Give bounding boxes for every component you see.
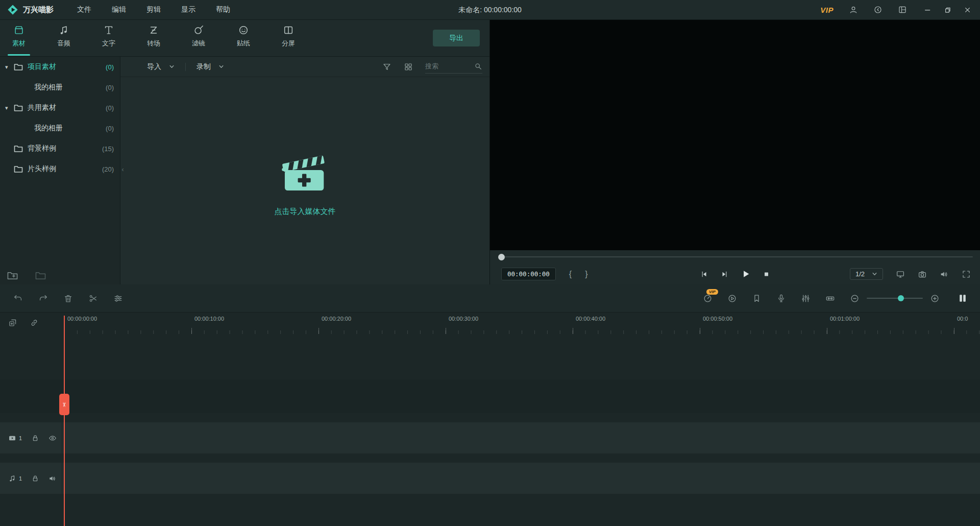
delete-folder-icon[interactable] xyxy=(35,271,46,280)
vip-badge[interactable]: VIP xyxy=(820,6,834,14)
filter-icon[interactable] xyxy=(382,62,391,71)
search-input[interactable]: 搜索 xyxy=(425,60,482,74)
ripple-icon[interactable] xyxy=(825,294,835,303)
voiceover-icon[interactable] xyxy=(776,294,786,303)
zoom-in-icon[interactable] xyxy=(930,294,940,303)
timeline-ruler[interactable]: 00:00:00:00 00:00:10:00 00:00:20:00 00:0… xyxy=(62,313,980,334)
track-manage-icon[interactable] xyxy=(958,293,968,303)
tab-audio[interactable]: 音频 xyxy=(45,20,83,56)
expand-arrow-icon[interactable]: ▾ xyxy=(5,64,13,70)
audio-track-header: 1 xyxy=(0,463,62,494)
media-library-sidebar: ▾ 项目素材 (0) 我的相册 (0) ▾ xyxy=(0,57,120,284)
tab-sticker[interactable]: 贴纸 xyxy=(225,20,262,56)
zoom-out-icon[interactable] xyxy=(850,294,860,303)
tab-media[interactable]: 素材 xyxy=(0,20,38,56)
volume-icon[interactable] xyxy=(940,270,949,279)
redo-icon[interactable] xyxy=(38,294,48,303)
undo-icon[interactable] xyxy=(13,294,23,303)
adjust-icon[interactable] xyxy=(113,294,123,303)
mixer-icon[interactable] xyxy=(801,294,811,303)
lock-icon[interactable] xyxy=(31,474,39,483)
audio-track[interactable]: 1 xyxy=(0,463,980,494)
track-number: 1 xyxy=(19,435,22,441)
sidebar-item-label: 片头样例 xyxy=(28,164,56,174)
menu-view[interactable]: 显示 xyxy=(181,5,195,14)
menu-clip[interactable]: 剪辑 xyxy=(146,5,161,14)
play-icon[interactable] xyxy=(741,269,751,279)
mark-out-button[interactable]: } xyxy=(585,270,587,279)
sidebar-item-label: 我的相册 xyxy=(34,83,63,92)
account-icon[interactable] xyxy=(849,5,858,14)
preview-timecode: 00:00:00:00 xyxy=(501,268,556,280)
minimize-icon[interactable] xyxy=(923,6,932,14)
track-number: 1 xyxy=(19,475,22,482)
close-icon[interactable] xyxy=(963,6,972,14)
preview-seekbar[interactable] xyxy=(499,256,973,257)
new-folder-icon[interactable] xyxy=(7,271,18,280)
prev-frame-icon[interactable] xyxy=(700,270,708,278)
menu-edit[interactable]: 编辑 xyxy=(112,5,126,14)
ruler-label: 00:00:00:00 xyxy=(67,316,97,322)
sidebar-item-label: 共用素材 xyxy=(28,103,56,112)
zoom-slider-handle[interactable] xyxy=(898,295,904,301)
snapshot-icon[interactable] xyxy=(918,270,927,279)
seek-handle[interactable] xyxy=(498,254,505,260)
import-hint[interactable]: 点击导入媒体文件 xyxy=(275,207,336,217)
import-media-button[interactable] xyxy=(278,146,333,197)
display-device-icon[interactable] xyxy=(896,270,905,279)
speed-icon[interactable]: VIP xyxy=(703,294,713,303)
mark-in-button[interactable]: { xyxy=(569,270,572,279)
layout-icon[interactable] xyxy=(898,5,907,14)
sidebar-item-project-media[interactable]: ▾ 项目素材 (0) xyxy=(0,57,120,77)
audio-icon xyxy=(58,25,69,36)
link-icon[interactable] xyxy=(30,318,39,327)
tab-label: 文字 xyxy=(102,39,115,48)
speaker-icon[interactable] xyxy=(48,474,57,483)
sidebar-item-intro-samples[interactable]: 片头样例 (20) xyxy=(0,159,120,179)
render-preview-icon[interactable] xyxy=(727,294,737,303)
eye-icon[interactable] xyxy=(48,434,57,442)
record-dropdown[interactable]: 录制 xyxy=(197,62,224,71)
preview-quality-dropdown[interactable]: 1/2 xyxy=(850,268,883,280)
restore-icon[interactable] xyxy=(943,6,952,14)
next-frame-icon[interactable] xyxy=(721,270,729,278)
grid-view-icon[interactable] xyxy=(404,62,413,71)
sidebar-item-my-album-1[interactable]: 我的相册 (0) xyxy=(0,77,120,98)
zoom-controls xyxy=(850,294,940,303)
vip-mini-badge: VIP xyxy=(706,289,718,295)
tab-transition[interactable]: 转场 xyxy=(135,20,173,56)
zoom-slider[interactable] xyxy=(867,298,923,299)
sidebar-item-count: (0) xyxy=(106,104,114,112)
export-button[interactable]: 导出 xyxy=(433,30,480,46)
chevron-down-icon xyxy=(169,64,175,69)
feedback-icon[interactable] xyxy=(873,5,883,14)
transport-controls xyxy=(700,269,770,279)
preview-options: 1/2 xyxy=(850,268,971,280)
delete-icon[interactable] xyxy=(63,294,73,303)
sidebar-item-shared-media[interactable]: ▾ 共用素材 (0) xyxy=(0,98,120,118)
fullscreen-icon[interactable] xyxy=(962,270,971,279)
lock-icon[interactable] xyxy=(31,434,39,442)
audio-track-icon xyxy=(8,474,16,483)
titlebar-actions: VIP xyxy=(820,5,972,14)
import-dropdown[interactable]: 导入 xyxy=(147,62,175,71)
playhead[interactable]: ✂ xyxy=(64,316,65,526)
tab-splitscreen[interactable]: 分屏 xyxy=(270,20,307,56)
video-track[interactable]: 1 xyxy=(0,422,980,453)
tab-text[interactable]: 文字 xyxy=(90,20,128,56)
ruler-label: 00:00:20:00 xyxy=(322,316,351,322)
menu-help[interactable]: 帮助 xyxy=(216,5,230,14)
stop-icon[interactable] xyxy=(763,271,770,278)
sidebar-item-my-album-2[interactable]: 我的相册 (0) xyxy=(0,118,120,138)
marker-icon[interactable] xyxy=(752,294,762,303)
playhead-handle[interactable]: ✂ xyxy=(59,394,69,415)
sidebar-item-background-samples[interactable]: 背景样例 (15) xyxy=(0,138,120,159)
manage-tracks-icon[interactable] xyxy=(8,318,17,327)
scissors-icon: ✂ xyxy=(61,402,68,407)
menu-file[interactable]: 文件 xyxy=(77,5,91,14)
ruler-label: 00:00:40:00 xyxy=(576,316,605,322)
split-icon[interactable] xyxy=(88,294,98,303)
tab-filter[interactable]: 滤镜 xyxy=(180,20,217,56)
expand-arrow-icon[interactable]: ▾ xyxy=(5,105,13,111)
asset-area: 素材 音频 文字 转场 xyxy=(0,20,490,284)
